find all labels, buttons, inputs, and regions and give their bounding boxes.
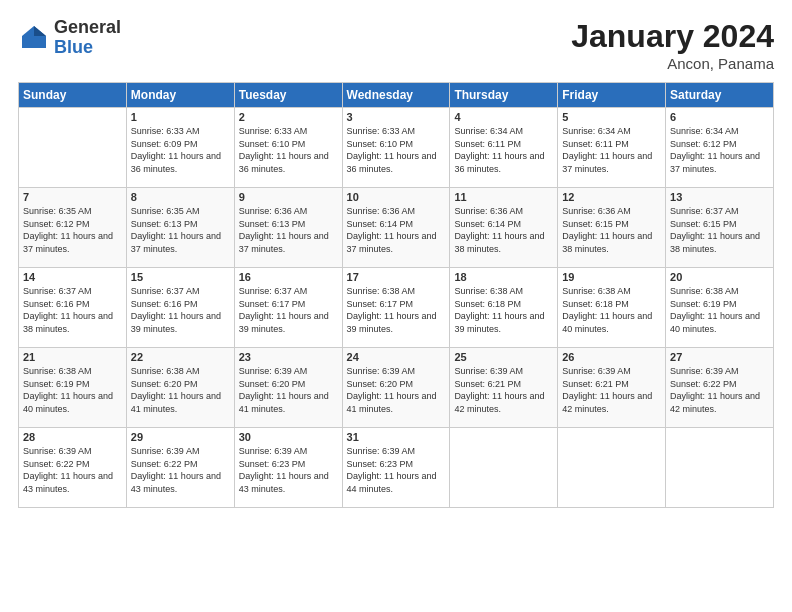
day-number: 25 [454, 351, 553, 363]
table-cell [666, 428, 774, 508]
week-row-2: 7Sunrise: 6:35 AMSunset: 6:12 PMDaylight… [19, 188, 774, 268]
day-number: 13 [670, 191, 769, 203]
day-info: Sunrise: 6:37 AMSunset: 6:15 PMDaylight:… [670, 205, 769, 255]
day-info: Sunrise: 6:39 AMSunset: 6:21 PMDaylight:… [562, 365, 661, 415]
day-number: 10 [347, 191, 446, 203]
table-cell: 8Sunrise: 6:35 AMSunset: 6:13 PMDaylight… [126, 188, 234, 268]
day-number: 26 [562, 351, 661, 363]
table-cell [450, 428, 558, 508]
col-sunday: Sunday [19, 83, 127, 108]
table-cell [19, 108, 127, 188]
table-cell: 10Sunrise: 6:36 AMSunset: 6:14 PMDayligh… [342, 188, 450, 268]
day-number: 18 [454, 271, 553, 283]
table-cell: 30Sunrise: 6:39 AMSunset: 6:23 PMDayligh… [234, 428, 342, 508]
table-cell: 25Sunrise: 6:39 AMSunset: 6:21 PMDayligh… [450, 348, 558, 428]
table-cell: 1Sunrise: 6:33 AMSunset: 6:09 PMDaylight… [126, 108, 234, 188]
day-number: 30 [239, 431, 338, 443]
day-info: Sunrise: 6:38 AMSunset: 6:17 PMDaylight:… [347, 285, 446, 335]
day-info: Sunrise: 6:38 AMSunset: 6:20 PMDaylight:… [131, 365, 230, 415]
table-cell: 19Sunrise: 6:38 AMSunset: 6:18 PMDayligh… [558, 268, 666, 348]
day-info: Sunrise: 6:38 AMSunset: 6:18 PMDaylight:… [454, 285, 553, 335]
table-cell: 2Sunrise: 6:33 AMSunset: 6:10 PMDaylight… [234, 108, 342, 188]
day-info: Sunrise: 6:36 AMSunset: 6:14 PMDaylight:… [454, 205, 553, 255]
day-number: 6 [670, 111, 769, 123]
day-info: Sunrise: 6:38 AMSunset: 6:19 PMDaylight:… [670, 285, 769, 335]
day-info: Sunrise: 6:33 AMSunset: 6:10 PMDaylight:… [347, 125, 446, 175]
day-number: 20 [670, 271, 769, 283]
table-cell: 4Sunrise: 6:34 AMSunset: 6:11 PMDaylight… [450, 108, 558, 188]
table-cell: 9Sunrise: 6:36 AMSunset: 6:13 PMDaylight… [234, 188, 342, 268]
svg-rect-2 [22, 36, 46, 48]
table-cell: 18Sunrise: 6:38 AMSunset: 6:18 PMDayligh… [450, 268, 558, 348]
day-number: 21 [23, 351, 122, 363]
day-number: 9 [239, 191, 338, 203]
main-title: January 2024 [571, 18, 774, 55]
logo-blue: Blue [54, 38, 121, 58]
logo-text: General Blue [54, 18, 121, 58]
page: General Blue January 2024 Ancon, Panama … [0, 0, 792, 612]
day-number: 15 [131, 271, 230, 283]
day-info: Sunrise: 6:39 AMSunset: 6:22 PMDaylight:… [670, 365, 769, 415]
day-number: 29 [131, 431, 230, 443]
day-info: Sunrise: 6:36 AMSunset: 6:14 PMDaylight:… [347, 205, 446, 255]
logo: General Blue [18, 18, 121, 58]
table-cell: 15Sunrise: 6:37 AMSunset: 6:16 PMDayligh… [126, 268, 234, 348]
col-thursday: Thursday [450, 83, 558, 108]
day-number: 3 [347, 111, 446, 123]
day-info: Sunrise: 6:38 AMSunset: 6:19 PMDaylight:… [23, 365, 122, 415]
day-info: Sunrise: 6:33 AMSunset: 6:09 PMDaylight:… [131, 125, 230, 175]
day-number: 5 [562, 111, 661, 123]
header: General Blue January 2024 Ancon, Panama [18, 18, 774, 72]
table-cell: 17Sunrise: 6:38 AMSunset: 6:17 PMDayligh… [342, 268, 450, 348]
table-cell: 28Sunrise: 6:39 AMSunset: 6:22 PMDayligh… [19, 428, 127, 508]
table-cell: 22Sunrise: 6:38 AMSunset: 6:20 PMDayligh… [126, 348, 234, 428]
calendar-table: Sunday Monday Tuesday Wednesday Thursday… [18, 82, 774, 508]
header-row: Sunday Monday Tuesday Wednesday Thursday… [19, 83, 774, 108]
day-info: Sunrise: 6:34 AMSunset: 6:11 PMDaylight:… [562, 125, 661, 175]
day-number: 11 [454, 191, 553, 203]
day-number: 27 [670, 351, 769, 363]
table-cell: 5Sunrise: 6:34 AMSunset: 6:11 PMDaylight… [558, 108, 666, 188]
table-cell: 13Sunrise: 6:37 AMSunset: 6:15 PMDayligh… [666, 188, 774, 268]
table-cell: 16Sunrise: 6:37 AMSunset: 6:17 PMDayligh… [234, 268, 342, 348]
table-cell [558, 428, 666, 508]
table-cell: 11Sunrise: 6:36 AMSunset: 6:14 PMDayligh… [450, 188, 558, 268]
day-info: Sunrise: 6:39 AMSunset: 6:22 PMDaylight:… [131, 445, 230, 495]
day-number: 4 [454, 111, 553, 123]
table-cell: 26Sunrise: 6:39 AMSunset: 6:21 PMDayligh… [558, 348, 666, 428]
week-row-5: 28Sunrise: 6:39 AMSunset: 6:22 PMDayligh… [19, 428, 774, 508]
day-info: Sunrise: 6:37 AMSunset: 6:16 PMDaylight:… [23, 285, 122, 335]
day-info: Sunrise: 6:35 AMSunset: 6:12 PMDaylight:… [23, 205, 122, 255]
title-area: January 2024 Ancon, Panama [571, 18, 774, 72]
day-info: Sunrise: 6:34 AMSunset: 6:11 PMDaylight:… [454, 125, 553, 175]
table-cell: 14Sunrise: 6:37 AMSunset: 6:16 PMDayligh… [19, 268, 127, 348]
table-cell: 6Sunrise: 6:34 AMSunset: 6:12 PMDaylight… [666, 108, 774, 188]
table-cell: 27Sunrise: 6:39 AMSunset: 6:22 PMDayligh… [666, 348, 774, 428]
table-cell: 20Sunrise: 6:38 AMSunset: 6:19 PMDayligh… [666, 268, 774, 348]
day-info: Sunrise: 6:35 AMSunset: 6:13 PMDaylight:… [131, 205, 230, 255]
table-cell: 7Sunrise: 6:35 AMSunset: 6:12 PMDaylight… [19, 188, 127, 268]
day-number: 12 [562, 191, 661, 203]
day-number: 19 [562, 271, 661, 283]
day-number: 23 [239, 351, 338, 363]
day-number: 7 [23, 191, 122, 203]
subtitle: Ancon, Panama [571, 55, 774, 72]
day-number: 31 [347, 431, 446, 443]
day-number: 16 [239, 271, 338, 283]
svg-marker-1 [34, 26, 46, 36]
day-info: Sunrise: 6:39 AMSunset: 6:23 PMDaylight:… [347, 445, 446, 495]
col-friday: Friday [558, 83, 666, 108]
day-info: Sunrise: 6:37 AMSunset: 6:16 PMDaylight:… [131, 285, 230, 335]
day-number: 24 [347, 351, 446, 363]
day-info: Sunrise: 6:39 AMSunset: 6:23 PMDaylight:… [239, 445, 338, 495]
day-info: Sunrise: 6:38 AMSunset: 6:18 PMDaylight:… [562, 285, 661, 335]
day-info: Sunrise: 6:36 AMSunset: 6:13 PMDaylight:… [239, 205, 338, 255]
day-number: 28 [23, 431, 122, 443]
table-cell: 29Sunrise: 6:39 AMSunset: 6:22 PMDayligh… [126, 428, 234, 508]
week-row-4: 21Sunrise: 6:38 AMSunset: 6:19 PMDayligh… [19, 348, 774, 428]
logo-general: General [54, 18, 121, 38]
day-info: Sunrise: 6:34 AMSunset: 6:12 PMDaylight:… [670, 125, 769, 175]
day-info: Sunrise: 6:39 AMSunset: 6:22 PMDaylight:… [23, 445, 122, 495]
day-number: 1 [131, 111, 230, 123]
table-cell: 31Sunrise: 6:39 AMSunset: 6:23 PMDayligh… [342, 428, 450, 508]
